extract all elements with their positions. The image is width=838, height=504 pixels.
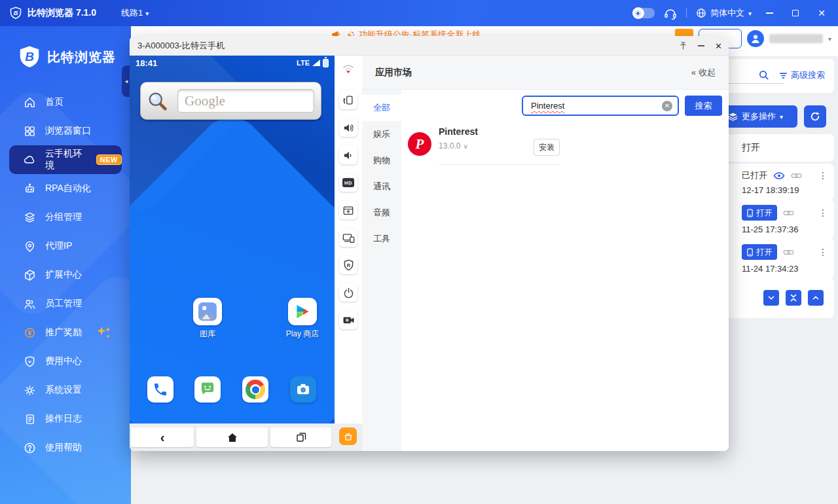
pin-icon[interactable] <box>679 41 687 50</box>
phone-app-icon[interactable] <box>147 376 173 403</box>
move-down-button[interactable] <box>763 290 779 306</box>
language-selector[interactable]: 简体中文 ▾ <box>696 7 752 19</box>
network-type: LTE <box>297 59 310 67</box>
sidebar-item-browser-windows[interactable]: 浏览器窗口 <box>0 117 131 145</box>
sidebar-item-settings[interactable]: 系统设置 <box>0 376 131 405</box>
open-session-button[interactable]: 打开 <box>742 205 777 221</box>
volume-down-icon[interactable] <box>339 146 357 164</box>
line-selector[interactable]: 线路1 ▾ <box>121 7 149 19</box>
google-search-widget[interactable]: Google <box>140 82 321 120</box>
masked-username <box>769 34 823 43</box>
pinterest-version-selector[interactable]: 13.0.0 ∨ <box>439 141 468 151</box>
divider <box>686 9 687 18</box>
avatar[interactable] <box>747 30 764 47</box>
cloud-icon <box>24 154 36 166</box>
chrome-app-icon[interactable] <box>242 376 268 403</box>
phone-mini-icon <box>747 248 753 257</box>
advanced-search-link[interactable]: 高级搜索 <box>779 69 825 81</box>
sidebar: B 比特浏览器 首页 浏览器窗口 云手机环境 NEW RPA自动化 <box>0 26 131 504</box>
sidebar-item-referral-rewards[interactable]: 推广奖励 <box>0 318 131 347</box>
power-icon[interactable] <box>339 283 357 302</box>
search-icon[interactable] <box>758 69 769 81</box>
screen-record-icon[interactable] <box>339 311 357 329</box>
collapse-vertical-button[interactable] <box>786 290 801 306</box>
camera-app-icon[interactable] <box>290 376 316 403</box>
minimize-button[interactable] <box>761 5 778 22</box>
chevron-down-icon: ▾ <box>748 10 752 17</box>
category-tab-audio[interactable]: 音频 <box>362 200 401 226</box>
sidebar-item-proxy-ip[interactable]: 代理IP <box>0 232 131 261</box>
session-search-card: 高级搜索 <box>714 59 834 93</box>
new-badge: NEW <box>96 154 122 165</box>
rotate-screen-icon[interactable] <box>339 91 357 109</box>
file-transfer-icon[interactable] <box>339 201 357 219</box>
nav-recents-button[interactable] <box>270 427 331 447</box>
app-logo-icon: B <box>9 7 22 20</box>
support-icon[interactable] <box>664 7 677 20</box>
link-icon[interactable] <box>783 249 794 256</box>
kebab-menu-icon[interactable]: ⋮ <box>818 208 828 217</box>
session-row[interactable]: 打开 ⋮ 11-25 17:37:36 <box>714 199 834 240</box>
install-button[interactable]: 安装 <box>534 139 560 156</box>
category-tab-all[interactable]: 全部 <box>362 95 401 121</box>
sidebar-item-staff[interactable]: 员工管理 <box>0 289 131 318</box>
sidebar-item-rpa[interactable]: RPA自动化 <box>0 174 131 203</box>
sidebar-item-home[interactable]: 首页 <box>0 88 131 117</box>
category-tab-entertainment[interactable]: 娱乐 <box>362 121 401 147</box>
advanced-search-label[interactable]: 高级搜索 <box>791 69 825 81</box>
brand-name: 比特浏览器 <box>47 48 116 66</box>
sidebar-item-help[interactable]: 使用帮助 <box>0 433 131 462</box>
link-icon[interactable] <box>791 172 802 179</box>
titlebar: B 比特浏览器 7.1.0 线路1 ▾ 简体中文 ▾ ✕ <box>0 0 838 26</box>
nav-back-button[interactable]: ‹ <box>131 427 194 447</box>
location-pin-icon <box>24 240 36 253</box>
category-tab-shopping[interactable]: 购物 <box>362 147 401 173</box>
sidebar-item-extensions[interactable]: 扩展中心 <box>0 261 131 289</box>
kebab-menu-icon[interactable]: ⋮ <box>818 247 828 257</box>
category-tab-communication[interactable]: 通讯 <box>362 173 401 200</box>
link-icon[interactable] <box>783 209 794 217</box>
market-search-button[interactable]: 搜索 <box>685 96 722 116</box>
close-button[interactable]: ✕ <box>813 5 830 22</box>
app-market-icon[interactable] <box>339 427 357 445</box>
messages-app-icon[interactable] <box>194 376 221 403</box>
modal-close-button[interactable]: ✕ <box>715 41 722 51</box>
robot-icon <box>24 183 36 195</box>
eye-icon[interactable] <box>773 171 785 180</box>
multi-device-icon[interactable] <box>339 228 357 247</box>
play-store-app-icon[interactable] <box>288 298 317 325</box>
move-up-button[interactable] <box>808 290 824 306</box>
sidebar-item-billing[interactable]: 费用中心 <box>0 347 131 376</box>
document-icon <box>24 413 36 425</box>
market-collapse-button[interactable]: « 收起 <box>691 67 716 79</box>
session-row[interactable]: 打开 ⋮ 11-24 17:34:23 <box>714 238 834 279</box>
sidebar-item-operation-logs[interactable]: 操作日志 <box>0 405 131 433</box>
market-search-input[interactable]: Pinterest ✕ <box>522 96 679 116</box>
session-row[interactable]: 已打开 ⋮ 12-17 18:39:19 <box>714 164 834 200</box>
phone-screen[interactable]: 18:41 LTE Google 图库 <box>130 56 335 423</box>
theme-toggle-icon[interactable] <box>632 8 655 18</box>
modal-minimize-button[interactable] <box>698 45 704 46</box>
phone-mini-icon <box>747 209 753 217</box>
hd-icon[interactable]: HD <box>339 173 357 192</box>
market-title: 应用市场 <box>375 67 412 79</box>
category-tab-tools[interactable]: 工具 <box>362 226 401 252</box>
gallery-app-icon[interactable] <box>193 298 222 325</box>
modal-titlebar[interactable]: 3-A000003-比特云手机 ✕ <box>130 36 729 56</box>
sidebar-item-groups[interactable]: 分组管理 <box>0 203 131 232</box>
google-search-field[interactable]: Google <box>177 89 314 113</box>
chevron-down-icon[interactable]: ▾ <box>828 35 831 43</box>
open-session-button[interactable]: 打开 <box>742 244 777 260</box>
app-market-panel: 应用市场 « 收起 全部 娱乐 购物 通讯 音频 工具 Pinterest ✕ … <box>362 56 729 451</box>
kebab-menu-icon[interactable]: ⋮ <box>818 171 828 180</box>
session-search-input[interactable] <box>725 83 784 84</box>
volume-up-icon[interactable] <box>339 118 357 137</box>
nav-home-button[interactable] <box>196 427 268 447</box>
app-title: 比特浏览器 7.1.0 <box>27 7 96 19</box>
root-shield-icon[interactable]: R <box>339 256 357 274</box>
sidebar-item-cloud-phone[interactable]: 云手机环境 NEW <box>9 145 122 174</box>
maximize-button[interactable] <box>787 5 804 22</box>
clear-input-icon[interactable]: ✕ <box>662 101 672 111</box>
refresh-button[interactable] <box>804 105 826 128</box>
pinterest-app-icon: P <box>408 132 431 156</box>
